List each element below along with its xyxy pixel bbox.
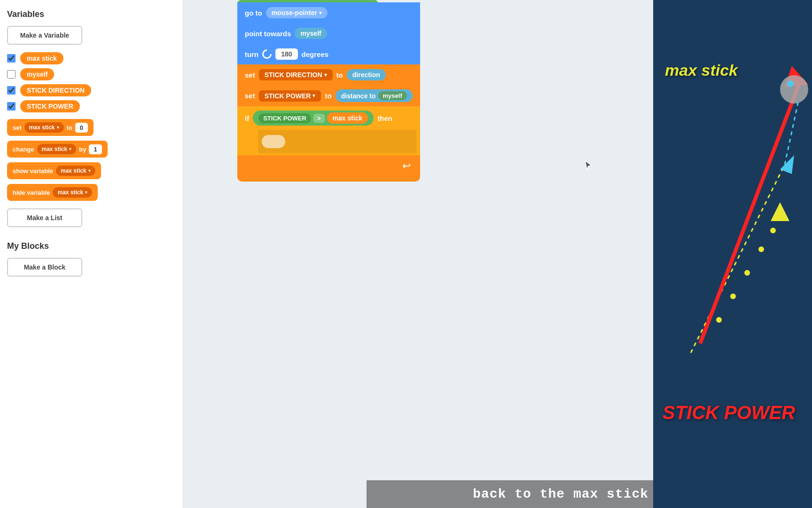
if-block-container: if STICK POWER > max stick then — [237, 106, 420, 155]
hide-variable-label: hide variable — [13, 189, 50, 196]
then-label: then — [377, 114, 392, 122]
svg-marker-10 — [771, 202, 789, 221]
var-item-myself: myself — [7, 68, 176, 80]
max-stick-condition[interactable]: max stick — [327, 112, 368, 124]
set-value-0[interactable]: 0 — [75, 123, 88, 133]
cursor — [583, 160, 594, 171]
change-block[interactable]: change max stick ▾ by 1 — [7, 141, 108, 158]
to-label-set: to — [67, 124, 72, 131]
var-badge-stick-direction[interactable]: STICK DIRECTION — [20, 84, 91, 96]
max-stick-dropdown-set[interactable]: max stick ▾ — [24, 122, 64, 133]
var-checkbox-max-stick[interactable] — [7, 54, 16, 63]
distance-to-myself[interactable]: distance to myself — [336, 89, 413, 102]
loop-arrow-area: ↩ — [237, 158, 420, 174]
left-panel: Variables Make a Variable max stick myse… — [0, 0, 183, 508]
block-row-set: set max stick ▾ to 0 — [7, 119, 176, 136]
change-label: change — [13, 146, 34, 153]
degrees-label: degrees — [302, 50, 329, 58]
myself-inner[interactable]: myself — [378, 91, 407, 100]
my-blocks-title: My Blocks — [7, 241, 176, 251]
point-towards-label: point towards — [245, 30, 291, 38]
change-value-1[interactable]: 1 — [89, 144, 102, 154]
max-stick-dropdown-change[interactable]: max stick ▾ — [37, 144, 77, 154]
if-block-header[interactable]: if STICK POWER > max stick then — [237, 106, 420, 130]
var-checkbox-stick-power[interactable] — [7, 102, 16, 111]
block-row-show: show variable max stick ▾ — [7, 162, 176, 179]
var-badge-myself[interactable]: myself — [20, 68, 54, 80]
direction-value[interactable]: direction — [347, 69, 386, 80]
mouse-pointer-dropdown[interactable]: mouse-pointer ▾ — [266, 7, 328, 18]
make-variable-button[interactable]: Make a Variable — [7, 26, 82, 45]
svg-point-11 — [780, 75, 808, 103]
svg-point-6 — [744, 270, 750, 276]
svg-line-0 — [691, 165, 785, 353]
if-condition[interactable]: STICK POWER > max stick — [253, 111, 374, 126]
outer-orange-bottom: ↩ — [237, 155, 420, 182]
my-blocks-section: My Blocks Make a Block — [7, 241, 176, 277]
gt-operator: > — [313, 114, 325, 123]
variables-title: Variables — [7, 9, 176, 19]
set-direction-block[interactable]: set STICK DIRECTION ▾ to direction — [237, 64, 420, 85]
make-list-button[interactable]: Make a List — [7, 208, 82, 227]
set-block[interactable]: set max stick ▾ to 0 — [7, 119, 94, 136]
svg-point-4 — [716, 317, 722, 323]
var-item-stick-power: STICK POWER — [7, 100, 176, 112]
point-towards-block[interactable]: point towards myself — [237, 23, 420, 44]
var-checkbox-stick-direction[interactable] — [7, 86, 16, 95]
to-label-pow: to — [325, 92, 331, 100]
var-item-stick-direction: STICK DIRECTION — [7, 84, 176, 96]
max-stick-dropdown-show[interactable]: max stick ▾ — [56, 166, 95, 176]
goto-block[interactable]: go to mouse-pointer ▾ — [237, 2, 420, 23]
stick-direction-dropdown[interactable]: STICK DIRECTION ▾ — [259, 69, 333, 80]
svg-point-5 — [730, 294, 736, 299]
blocks-stack: go to mouse-pointer ▾ point towards myse… — [237, 2, 420, 182]
stick-power-dropdown[interactable]: STICK POWER ▾ — [259, 90, 321, 102]
turn-block[interactable]: turn 180 degrees — [237, 44, 420, 64]
subtitle-bar: back to the max stick distance 25 — [367, 480, 672, 508]
set-power-block[interactable]: set STICK POWER ▾ to distance to myself — [237, 85, 420, 106]
set-label-pow: set — [245, 92, 255, 100]
var-item-max-stick: max stick — [7, 52, 176, 64]
turn-label: turn — [245, 50, 258, 58]
right-panel: max stick STICK POWER — [653, 0, 812, 508]
myself-dropdown[interactable]: myself — [295, 28, 327, 39]
turn-clockwise-icon — [260, 48, 273, 61]
game-canvas: max stick STICK POWER — [653, 0, 812, 508]
inner-block-placeholder — [262, 135, 285, 148]
var-badge-max-stick[interactable]: max stick — [20, 52, 63, 64]
stick-power-condition[interactable]: STICK POWER — [258, 113, 311, 123]
goto-label: go to — [245, 9, 262, 17]
set-label: set — [13, 124, 22, 131]
block-row-hide: hide variable max stick ▾ — [7, 184, 176, 201]
loop-arrow-icon: ↩ — [402, 160, 411, 172]
hide-variable-block[interactable]: hide variable max stick ▾ — [7, 184, 98, 201]
turn-degrees-value[interactable]: 180 — [275, 48, 297, 60]
max-stick-dropdown-hide[interactable]: max stick ▾ — [53, 187, 92, 198]
var-checkbox-myself[interactable] — [7, 70, 16, 79]
stick-power-game-label: STICK POWER — [663, 402, 795, 423]
max-stick-game-label: max stick — [665, 61, 738, 79]
show-variable-label: show variable — [13, 167, 53, 175]
to-label-dir: to — [336, 71, 343, 79]
by-label: by — [79, 146, 86, 153]
main-canvas: go to mouse-pointer ▾ point towards myse… — [183, 0, 672, 508]
svg-point-12 — [787, 80, 794, 87]
show-variable-block[interactable]: show variable max stick ▾ — [7, 162, 101, 179]
svg-line-1 — [785, 99, 799, 165]
set-label-dir: set — [245, 71, 255, 79]
make-block-button[interactable]: Make a Block — [7, 258, 82, 277]
svg-point-7 — [758, 246, 764, 252]
if-label: if — [245, 114, 249, 122]
if-block-body — [258, 130, 416, 153]
svg-point-8 — [770, 228, 776, 233]
var-badge-stick-power[interactable]: STICK POWER — [20, 100, 80, 112]
block-row-change: change max stick ▾ by 1 — [7, 141, 176, 158]
variable-list: max stick myself STICK DIRECTION STICK P… — [7, 52, 176, 112]
